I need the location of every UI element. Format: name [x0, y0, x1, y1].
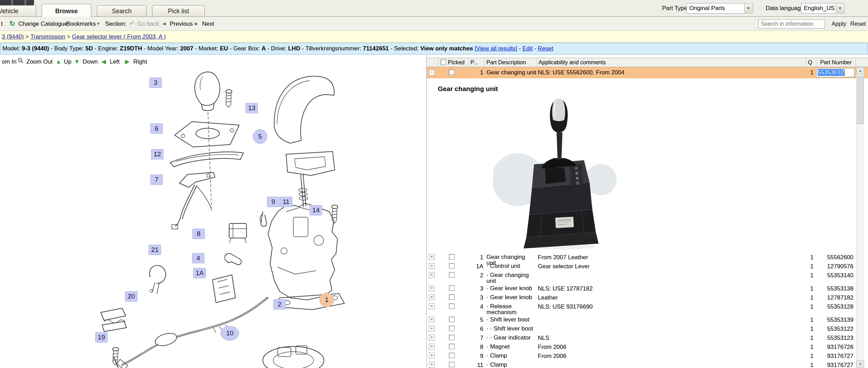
- table-row[interactable]: +3· Gear lever knobLeather112787182: [427, 293, 868, 302]
- select-all-checkbox[interactable]: [441, 59, 446, 65]
- pan-left-button[interactable]: Left: [110, 57, 119, 66]
- pan-right-icon[interactable]: ▶: [125, 57, 130, 66]
- expand-row-button[interactable]: +: [429, 272, 435, 278]
- table-row[interactable]: +4· Release mechanismNLS: USE 9317669015…: [427, 302, 868, 315]
- picked-checkbox[interactable]: [449, 272, 454, 278]
- diagram-callout-2[interactable]: 2: [273, 299, 286, 310]
- edit-link[interactable]: Edit: [523, 45, 533, 52]
- diagram-callout-7[interactable]: 7: [150, 174, 163, 185]
- picked-checkbox[interactable]: [449, 344, 454, 349]
- picked-checkbox[interactable]: [449, 317, 454, 322]
- diagram-callout-13[interactable]: 13: [245, 103, 258, 113]
- view-all-results-link[interactable]: [View all results]: [475, 45, 517, 52]
- picked-checkbox[interactable]: [449, 285, 454, 291]
- expand-row-button[interactable]: +: [429, 326, 435, 332]
- pan-up-button[interactable]: Up: [64, 57, 72, 66]
- apply-button[interactable]: Apply: [832, 17, 846, 31]
- expand-row-button[interactable]: +: [429, 317, 435, 322]
- diagram-callout-20[interactable]: 20: [125, 291, 137, 302]
- chevron-down-icon[interactable]: ▼: [744, 4, 752, 13]
- picked-checkbox[interactable]: [449, 326, 454, 331]
- selected-part-row[interactable]: − 1 Gear changing unit NLS: USE 55562600…: [427, 67, 868, 78]
- table-row[interactable]: +6· · Shift lever boot155353122: [427, 324, 868, 333]
- zoom-out-icon[interactable]: [17, 57, 24, 66]
- diagram-callout-1[interactable]: 1: [319, 293, 334, 307]
- table-row[interactable]: +3· Gear lever knobNLS: USE 127871821553…: [427, 284, 868, 293]
- chevron-down-icon[interactable]: ▼: [836, 4, 844, 13]
- tab-browse[interactable]: Browse: [42, 4, 91, 17]
- reset-button[interactable]: Reset: [850, 17, 866, 31]
- diagram-callout-9[interactable]: 9: [267, 197, 279, 207]
- breadcrumb-link[interactable]: 3 (9440): [2, 33, 24, 40]
- picked-checkbox[interactable]: [449, 362, 454, 367]
- change-catalogue-icon[interactable]: ↻: [9, 17, 15, 31]
- zoom-in-button[interactable]: om In: [2, 57, 17, 66]
- pan-left-icon[interactable]: ◀: [101, 57, 106, 66]
- diagram-callout-5[interactable]: 5: [253, 129, 267, 144]
- previous-button[interactable]: Previous: [170, 17, 193, 31]
- pan-up-icon[interactable]: ▲: [56, 57, 61, 66]
- picked-checkbox[interactable]: [449, 263, 454, 269]
- table-row[interactable]: +1Gear changing unitFrom 2007 Leather155…: [427, 253, 868, 262]
- next-button[interactable]: Next: [202, 17, 214, 31]
- diagram-callout-12[interactable]: 12: [151, 149, 164, 160]
- expand-row-button[interactable]: +: [429, 285, 435, 291]
- search-input[interactable]: [758, 19, 825, 28]
- table-row[interactable]: +5· Shift lever boot155353139: [427, 315, 868, 324]
- table-row[interactable]: +7· · Gear indicatorNLS155353123: [427, 333, 868, 342]
- table-row[interactable]: +2· Gear changing unit155353140: [427, 271, 868, 284]
- change-catalogue-button[interactable]: Change Catalogue: [18, 17, 68, 31]
- diagram-callout-21[interactable]: 21: [149, 245, 161, 255]
- expand-row-button[interactable]: +: [429, 294, 435, 300]
- expand-row-button[interactable]: +: [429, 335, 435, 341]
- pan-down-icon[interactable]: ▼: [74, 57, 80, 66]
- bookmarks-button[interactable]: Bookmarks: [66, 17, 96, 31]
- expand-row-button[interactable]: +: [429, 263, 435, 269]
- pan-right-button[interactable]: Right: [133, 57, 147, 66]
- diagram-callout-4[interactable]: 4: [192, 253, 205, 263]
- expand-row-button[interactable]: +: [429, 353, 435, 359]
- reset-link[interactable]: Reset: [538, 45, 553, 52]
- tab-search[interactable]: Search: [97, 5, 147, 16]
- scrollbar-thumb[interactable]: [857, 76, 864, 124]
- vertical-scrollbar[interactable]: ▲ ▼: [856, 67, 864, 368]
- expand-row-button[interactable]: +: [429, 303, 435, 309]
- previous-icon[interactable]: ◀: [162, 17, 166, 31]
- table-row[interactable]: +1A· Control unitGear selector Lever1127…: [427, 262, 868, 271]
- scroll-up-button[interactable]: ▲: [857, 67, 864, 75]
- data-language-select[interactable]: English_US ▼: [801, 3, 845, 14]
- expand-row-button[interactable]: +: [429, 362, 435, 368]
- table-row[interactable]: +8· MagnetFrom 2006193176726: [427, 342, 868, 351]
- go-back-button[interactable]: Go back: [137, 17, 159, 31]
- diagram-callout-10[interactable]: 10: [220, 326, 239, 341]
- next-icon[interactable]: ▶: [195, 17, 198, 31]
- diagram-callout-19[interactable]: 19: [95, 332, 108, 343]
- scroll-down-button[interactable]: ▼: [857, 360, 864, 368]
- collapse-row-button[interactable]: −: [429, 69, 435, 75]
- diagram-callout-11[interactable]: 11: [280, 197, 292, 207]
- diagram-callout-6[interactable]: 6: [150, 123, 163, 134]
- diagram-callout-14[interactable]: 14: [310, 205, 322, 215]
- tab-pick-list[interactable]: Pick list: [152, 5, 205, 16]
- picked-checkbox[interactable]: [449, 353, 454, 358]
- diagram-callout-3[interactable]: 3: [149, 77, 162, 88]
- tab-vehicle[interactable]: Vehicle: [0, 5, 36, 16]
- picked-checkbox[interactable]: [449, 294, 454, 300]
- picked-checkbox[interactable]: [449, 254, 454, 260]
- expand-row-button[interactable]: +: [429, 344, 435, 350]
- table-row[interactable]: +9· ClampFrom 2006193176727: [427, 351, 868, 360]
- picked-checkbox[interactable]: [449, 69, 454, 75]
- part-number-field[interactable]: 55353032: [816, 68, 854, 77]
- picked-checkbox[interactable]: [449, 303, 454, 309]
- breadcrumb-link[interactable]: Gear selector lever ( From 2003, A ): [72, 33, 166, 40]
- diagram-callout-1A[interactable]: 1A: [193, 268, 206, 278]
- zoom-out-button[interactable]: Zoom Out: [26, 57, 53, 66]
- chevron-down-icon[interactable]: ▼: [96, 17, 100, 31]
- part-type-select[interactable]: Original Parts ▼: [686, 3, 753, 14]
- picked-checkbox[interactable]: [449, 335, 454, 340]
- diagram-callout-8[interactable]: 8: [192, 229, 205, 239]
- pan-down-button[interactable]: Down: [83, 57, 98, 66]
- table-row[interactable]: +11· Clamp193176727: [427, 360, 868, 368]
- breadcrumb-link[interactable]: Transmission: [30, 33, 65, 40]
- expand-row-button[interactable]: +: [429, 254, 435, 260]
